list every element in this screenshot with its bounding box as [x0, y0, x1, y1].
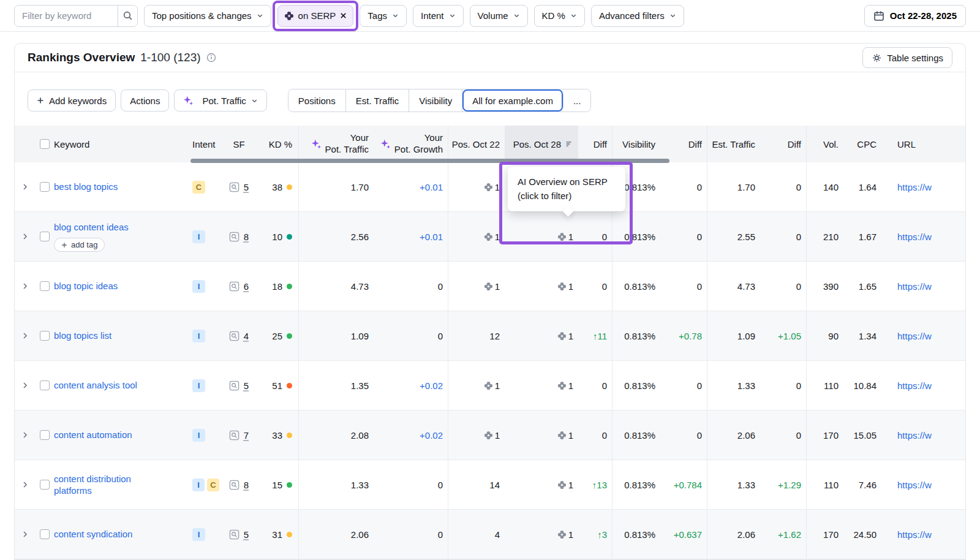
tab-more-button[interactable]: ... — [564, 89, 591, 112]
filter-intent-dropdown[interactable]: Intent — [413, 5, 464, 27]
header-visibility[interactable]: Visibility — [612, 126, 660, 162]
keyword-link[interactable]: content distribution platforms — [54, 473, 163, 497]
ai-overview-on-serp-filter-chip[interactable]: on SERP — [277, 5, 354, 27]
filter-advanced-dropdown[interactable]: Advanced filters — [591, 5, 684, 27]
expand-row-button[interactable] — [19, 379, 31, 392]
tab-positions[interactable]: Positions — [288, 89, 346, 112]
row-checkbox[interactable] — [40, 430, 50, 440]
serp-features-count[interactable]: 6 — [244, 281, 249, 292]
url-link[interactable]: https://w — [897, 430, 932, 441]
keyword-link[interactable]: blog topics list — [54, 330, 111, 342]
expand-row-button[interactable] — [19, 330, 31, 342]
add-keywords-button[interactable]: Add keywords — [28, 89, 116, 112]
url-link[interactable]: https://w — [897, 529, 932, 540]
header-pos-oct22[interactable]: Pos. Oct 22 — [448, 126, 505, 162]
horizontal-scrollbar-thumb[interactable] — [190, 159, 669, 163]
date-range-picker[interactable]: Oct 22-28, 2025 — [864, 5, 966, 27]
header-intent[interactable]: Intent — [184, 126, 219, 162]
row-checkbox[interactable] — [40, 232, 50, 241]
visibility-diff-cell: +0.784 — [660, 460, 707, 509]
serp-features-count[interactable]: 4 — [244, 331, 249, 341]
pos-oct28-cell[interactable]: 1 — [505, 361, 578, 410]
ai-overview-icon — [557, 431, 567, 440]
pos-oct22-cell[interactable]: 1 — [448, 212, 505, 261]
keyword-link[interactable]: blog topic ideas — [54, 280, 118, 292]
header-pot-traffic[interactable]: YourPot. Traffic — [299, 126, 374, 162]
keyword-link[interactable]: content automation — [54, 429, 132, 441]
filter-tags-dropdown[interactable]: Tags — [360, 5, 407, 27]
url-link[interactable]: https://w — [897, 331, 932, 341]
header-sf[interactable]: SF — [219, 126, 258, 162]
header-pos-diff[interactable]: Diff — [578, 126, 612, 162]
pos-oct28-cell[interactable]: 1 — [505, 510, 578, 559]
serp-features-count[interactable]: 5 — [244, 380, 249, 391]
search-button[interactable] — [118, 6, 137, 26]
serp-features-count[interactable]: 5 — [244, 182, 249, 192]
url-link[interactable]: https://w — [897, 182, 932, 192]
pos-oct22-cell[interactable]: 12 — [448, 311, 505, 360]
expand-row-button[interactable] — [19, 181, 31, 193]
pos-oct28-cell[interactable]: 1 — [505, 411, 578, 460]
serp-features-count[interactable]: 5 — [244, 529, 249, 540]
header-cpc[interactable]: CPC — [843, 126, 881, 162]
pos-oct22-cell[interactable]: 14 — [448, 460, 505, 509]
actions-button[interactable]: Actions — [121, 89, 169, 112]
pos-oct22-cell[interactable]: 1 — [448, 262, 505, 311]
pos-oct28-cell[interactable]: 1 — [505, 212, 578, 261]
filter-volume-dropdown[interactable]: Volume — [470, 5, 528, 27]
pos-oct22-cell[interactable]: 1 — [448, 411, 505, 460]
header-est-traffic[interactable]: Est. Traffic — [707, 126, 760, 162]
pos-oct22-cell[interactable]: 1 — [448, 162, 505, 211]
row-checkbox[interactable] — [40, 380, 50, 390]
row-checkbox[interactable] — [40, 480, 50, 490]
serp-features-count[interactable]: 8 — [244, 480, 249, 490]
row-checkbox[interactable] — [40, 281, 50, 291]
row-checkbox[interactable] — [40, 331, 50, 341]
keyword-link[interactable]: blog content ideas — [54, 221, 129, 233]
header-pot-growth[interactable]: YourPot. Growth — [374, 126, 448, 162]
est-traffic-diff-cell: 0 — [760, 361, 807, 410]
pot-traffic-dropdown[interactable]: Pot. Traffic — [174, 89, 266, 112]
pos-oct22-cell[interactable]: 1 — [448, 361, 505, 410]
header-pos-oct28-sorted[interactable]: Pos. Oct 28 — [505, 126, 578, 162]
expand-row-button[interactable] — [19, 479, 31, 491]
expand-row-button[interactable] — [19, 528, 31, 540]
url-link[interactable]: https://w — [897, 232, 932, 242]
tab-all-for-example[interactable]: All for example.com — [462, 89, 564, 112]
filter-kd-dropdown[interactable]: KD % — [534, 5, 585, 27]
serp-features-count[interactable]: 8 — [244, 232, 249, 242]
header-url[interactable]: URL — [881, 126, 965, 162]
table-settings-button[interactable]: Table settings — [862, 47, 952, 68]
pos-oct28-cell[interactable]: 1 — [505, 311, 578, 360]
keyword-filter-input[interactable] — [15, 6, 118, 26]
header-keyword[interactable]: Keyword — [54, 126, 184, 162]
info-icon[interactable] — [206, 53, 216, 62]
tab-est-traffic[interactable]: Est. Traffic — [346, 89, 410, 112]
header-est-diff[interactable]: Diff — [760, 126, 807, 162]
header-volume[interactable]: Vol. — [807, 126, 843, 162]
close-icon[interactable] — [340, 12, 347, 19]
pos-oct22-cell[interactable]: 4 — [448, 510, 505, 559]
url-link[interactable]: https://w — [897, 380, 932, 391]
header-vis-diff[interactable]: Diff — [660, 126, 707, 162]
add-tag-button[interactable]: add tag — [54, 238, 105, 252]
expand-row-button[interactable] — [19, 280, 31, 292]
select-all-checkbox[interactable] — [40, 139, 50, 149]
row-checkbox[interactable] — [40, 182, 50, 192]
filter-label: Intent — [421, 10, 444, 21]
expand-row-button[interactable] — [19, 230, 31, 243]
expand-row-button[interactable] — [19, 429, 31, 441]
tab-visibility[interactable]: Visibility — [409, 89, 462, 112]
header-kd[interactable]: KD % — [258, 126, 299, 162]
row-checkbox[interactable] — [40, 529, 50, 539]
url-link[interactable]: https://w — [897, 281, 932, 292]
filter-top-positions-dropdown[interactable]: Top positions & changes — [144, 5, 271, 27]
pos-diff-cell: 0 — [578, 262, 612, 311]
keyword-link[interactable]: best blog topics — [54, 181, 118, 193]
url-link[interactable]: https://w — [897, 480, 932, 490]
keyword-link[interactable]: content syndication — [54, 528, 132, 540]
pos-oct28-cell[interactable]: 1 — [505, 460, 578, 509]
serp-features-count[interactable]: 7 — [244, 430, 249, 441]
keyword-link[interactable]: content analysis tool — [54, 379, 137, 392]
pos-oct28-cell[interactable]: 1 — [505, 262, 578, 311]
